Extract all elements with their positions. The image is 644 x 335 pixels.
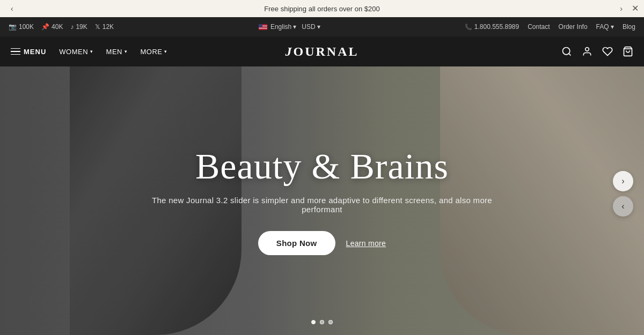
main-navigation: MENU WOMEN ▾ MEN ▾ MORE ▾ JOURNAL [0,36,644,66]
blog-link[interactable]: Blog [623,23,635,31]
more-label: MORE [140,48,162,56]
brand-logo[interactable]: JOURNAL [285,44,358,59]
utility-bar: 📷 100K 📌 40K ♪ 19K 𝕏 12K English ▾ USD ▾… [0,17,644,36]
account-button[interactable] [582,46,592,57]
shop-now-button[interactable]: Shop Now [258,231,335,255]
search-button[interactable] [561,46,572,57]
twitter-icon: 𝕏 [95,23,100,31]
learn-more-button[interactable]: Learn more [346,239,386,248]
women-nav-item[interactable]: WOMEN ▾ [59,48,93,56]
hamburger-icon [11,48,20,55]
flag-icon [259,24,267,30]
slider-next-button[interactable]: › [613,171,633,191]
faq-caret-icon: ▾ [611,23,614,31]
men-nav-item[interactable]: MEN ▾ [106,48,128,56]
women-label: WOMEN [59,48,88,56]
menu-button[interactable]: MENU [11,48,46,56]
contact-link[interactable]: Contact [528,23,550,31]
nav-left: MENU WOMEN ▾ MEN ▾ MORE ▾ [11,48,167,56]
hero-subtitle: The new Journal 3.2 slider is simpler an… [134,196,510,214]
slider-dot-1[interactable] [311,320,316,324]
instagram-count: 100K [19,23,34,31]
announcement-bar: ‹ Free shipping all orders over on $200 … [0,0,644,17]
hero-section: Beauty & Brains The new Journal 3.2 slid… [0,66,644,335]
cart-button[interactable] [623,46,633,57]
announcement-text: Free shipping all orders over on $200 [264,5,379,13]
order-info-link[interactable]: Order Info [559,23,588,31]
account-icon [582,46,592,57]
tiktok-link[interactable]: ♪ 19K [70,23,87,31]
hero-title: Beauty & Brains [134,146,510,187]
women-caret-icon: ▾ [90,49,93,54]
utility-right-links: 📞 1.800.555.8989 Contact Order Info FAQ … [465,23,635,31]
svg-point-0 [563,48,570,55]
currency-selector[interactable]: USD ▾ [302,23,320,31]
twitter-link[interactable]: 𝕏 12K [95,23,114,31]
search-icon [561,46,572,57]
tiktok-icon: ♪ [70,23,74,31]
brand-j-accent: J [285,44,293,58]
language-selector[interactable]: English ▾ [259,23,296,31]
announcement-next-button[interactable]: › [614,4,628,13]
hero-content: Beauty & Brains The new Journal 3.2 slid… [134,146,510,256]
slider-dot-3[interactable] [328,320,333,324]
pinterest-icon: 📌 [41,23,49,31]
heart-icon [602,46,613,57]
wishlist-button[interactable] [602,46,613,57]
more-caret-icon: ▾ [164,49,167,54]
svg-point-2 [586,48,589,51]
tiktok-count: 19K [76,23,87,31]
hero-buttons: Shop Now Learn more [134,231,510,255]
phone-number[interactable]: 📞 1.800.555.8989 [465,23,519,31]
more-nav-item[interactable]: MORE ▾ [140,48,167,56]
lang-caret-icon: ▾ [293,23,296,31]
men-caret-icon: ▾ [125,49,128,54]
svg-line-1 [569,54,571,56]
menu-label: MENU [24,48,46,56]
social-links: 📷 100K 📌 40K ♪ 19K 𝕏 12K [9,23,114,31]
language-label: English [270,23,291,31]
announcement-close-button[interactable]: ✕ [632,4,639,13]
currency-label: USD [302,23,315,31]
pinterest-count: 40K [52,23,63,31]
cart-icon [623,46,633,57]
brand-rest: OURNAL [293,44,358,58]
twitter-count: 12K [103,23,114,31]
phone-icon: 📞 [465,24,472,30]
currency-caret-icon: ▾ [317,23,320,31]
instagram-link[interactable]: 📷 100K [9,23,34,31]
announcement-prev-button[interactable]: ‹ [5,4,19,13]
slider-dots [311,320,333,324]
pinterest-link[interactable]: 📌 40K [41,23,63,31]
lang-currency-selector: English ▾ USD ▾ [259,23,320,31]
slider-prev-button[interactable]: ‹ [613,196,633,217]
faq-link[interactable]: FAQ ▾ [596,23,614,31]
nav-right [561,46,633,57]
men-label: MEN [106,48,122,56]
slider-dot-2[interactable] [320,320,324,324]
instagram-icon: 📷 [9,23,17,31]
